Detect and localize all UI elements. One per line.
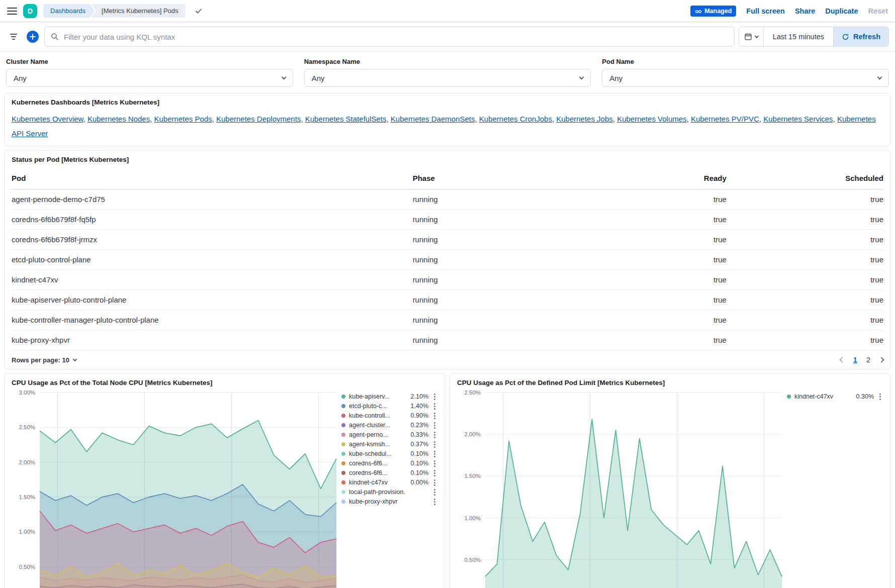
chevron-down-icon bbox=[281, 75, 286, 80]
add-filter-button[interactable] bbox=[25, 29, 40, 44]
dashboard-link[interactable]: Kubernetes Deployments bbox=[216, 115, 301, 123]
chevron-right-icon[interactable] bbox=[878, 357, 884, 362]
time-picker-calendar-button[interactable] bbox=[739, 27, 764, 46]
saved-query-menu-button[interactable] bbox=[6, 29, 21, 44]
breadcrumb-current-dashboard[interactable]: [Metrics Kubernetes] Pods bbox=[92, 4, 185, 18]
page-number-1[interactable]: 1 bbox=[853, 356, 857, 364]
kql-search-input[interactable] bbox=[64, 33, 728, 41]
legend-series-name: local-path-provision... bbox=[349, 488, 405, 496]
pod-cell: agent-pernode-demo-c7d75 bbox=[12, 189, 413, 210]
duplicate-button[interactable]: Duplicate bbox=[825, 7, 858, 15]
legend-series-value: 0.10% bbox=[408, 450, 428, 457]
scheduled-cell: true bbox=[727, 310, 883, 330]
refresh-label: Refresh bbox=[853, 33, 880, 41]
rows-per-page-button[interactable]: Rows per page: 10 bbox=[12, 356, 76, 364]
legend-item[interactable]: agent-ksmsh...0.37% bbox=[341, 440, 438, 448]
legend-menu-icon[interactable] bbox=[432, 440, 438, 448]
legend-series-name: etcd-pluto-c... bbox=[349, 403, 405, 410]
dashboard-link[interactable]: Kubernetes Overview bbox=[12, 115, 83, 123]
dashboard-link[interactable]: Kubernetes DaemonSets bbox=[391, 115, 475, 123]
chevron-down-icon bbox=[73, 357, 77, 361]
phase-cell: running bbox=[413, 330, 587, 350]
legend-item[interactable]: kube-controll...0.90% bbox=[341, 412, 438, 419]
svg-text:1.50%: 1.50% bbox=[464, 473, 481, 479]
phase-cell: running bbox=[413, 210, 587, 230]
full-screen-button[interactable]: Full screen bbox=[746, 7, 785, 15]
legend-item[interactable]: agent-perno...0.33% bbox=[341, 431, 438, 438]
legend-menu-icon[interactable] bbox=[432, 450, 438, 457]
phase-cell: running bbox=[413, 310, 587, 330]
page-number-2[interactable]: 2 bbox=[866, 356, 870, 364]
legend-series-value: 0.30% bbox=[854, 393, 874, 400]
legend-item[interactable]: kindnet-c47xv0.00% bbox=[341, 478, 438, 486]
legend-menu-icon[interactable] bbox=[432, 459, 438, 467]
legend-item[interactable]: coredns-6f6...0.10% bbox=[341, 469, 438, 476]
dashboard-link[interactable]: Kubernetes Nodes bbox=[87, 115, 150, 123]
namespace-name-value: Any bbox=[312, 74, 325, 82]
share-button[interactable]: Share bbox=[795, 7, 815, 15]
legend-menu-icon[interactable] bbox=[432, 488, 438, 496]
namespace-name-select[interactable]: Any bbox=[304, 69, 591, 87]
dashboard-link[interactable]: Kubernetes PV/PVC bbox=[691, 115, 759, 123]
legend-item[interactable]: etcd-pluto-c...1.40% bbox=[341, 402, 438, 410]
reset-button[interactable]: Reset bbox=[868, 7, 888, 15]
legend-menu-icon[interactable] bbox=[877, 393, 883, 400]
menu-icon[interactable] bbox=[7, 8, 17, 15]
refresh-button[interactable]: Refresh bbox=[833, 27, 888, 46]
chart-title: CPU Usage as Pct of the Total Node CPU [… bbox=[12, 379, 438, 386]
space-avatar[interactable]: D bbox=[23, 4, 37, 18]
control-pod-name: Pod Name Any bbox=[602, 58, 889, 87]
pod-cell: kindnet-c47xv bbox=[12, 270, 413, 290]
dashboard-link[interactable]: Kubernetes StatefulSets bbox=[305, 115, 387, 123]
cluster-name-select[interactable]: Any bbox=[6, 69, 293, 87]
breadcrumb-dashboards[interactable]: Dashboards bbox=[43, 4, 95, 18]
legend-menu-icon[interactable] bbox=[432, 393, 438, 400]
scheduled-cell: true bbox=[727, 270, 883, 290]
legend-menu-icon[interactable] bbox=[432, 402, 438, 410]
series-color-dot bbox=[341, 490, 345, 494]
svg-text:0.50%: 0.50% bbox=[19, 564, 35, 570]
legend-item[interactable]: kube-proxy-xhpvr bbox=[341, 498, 438, 505]
pod-cell: coredns-6f6b679f8f-jrmzx bbox=[12, 230, 413, 250]
pod-name-select[interactable]: Any bbox=[602, 69, 889, 87]
legend-series-name: kube-apiserv... bbox=[349, 393, 405, 400]
legend-menu-icon[interactable] bbox=[432, 421, 438, 429]
scheduled-cell: true bbox=[727, 230, 883, 250]
scheduled-cell: true bbox=[727, 290, 883, 310]
dashboard-link[interactable]: Kubernetes Services bbox=[763, 115, 833, 123]
managed-icon bbox=[695, 8, 702, 15]
legend-item[interactable]: local-path-provision... bbox=[341, 488, 438, 496]
legend-menu-icon[interactable] bbox=[432, 431, 438, 438]
pod-name-value: Any bbox=[609, 74, 622, 82]
legend-menu-icon[interactable] bbox=[432, 469, 438, 476]
legend-item[interactable]: kindnet-c47xv0.30% bbox=[787, 393, 883, 400]
legend-menu-icon[interactable] bbox=[432, 478, 438, 486]
series-color-dot bbox=[341, 500, 345, 504]
dashboard-link[interactable]: Kubernetes CronJobs bbox=[479, 115, 552, 123]
links-panel-title: Kubernetes Dashboards [Metrics Kubernete… bbox=[12, 99, 883, 106]
query-bar: Last 15 minutes Refresh bbox=[0, 22, 895, 52]
legend-item[interactable]: coredns-6f6...0.10% bbox=[341, 459, 438, 467]
dashboard-link[interactable]: Kubernetes Volumes bbox=[617, 115, 686, 123]
time-range-value[interactable]: Last 15 minutes bbox=[764, 27, 833, 46]
scheduled-cell: true bbox=[727, 189, 883, 210]
legend-series-value: 0.10% bbox=[408, 460, 428, 467]
legend-series-name: agent-ksmsh... bbox=[349, 441, 405, 448]
legend-menu-icon[interactable] bbox=[432, 412, 438, 419]
legend-series-name: agent-cluster... bbox=[349, 422, 405, 429]
svg-text:2.50%: 2.50% bbox=[19, 424, 35, 430]
dashboard-link[interactable]: Kubernetes Pods bbox=[154, 115, 212, 123]
ready-cell: true bbox=[587, 230, 726, 250]
legend-item[interactable]: kube-apiserv...2.10% bbox=[341, 393, 438, 400]
svg-text:2.00%: 2.00% bbox=[19, 459, 35, 465]
series-color-dot bbox=[341, 461, 345, 465]
refresh-icon bbox=[842, 33, 849, 41]
chevron-left-icon[interactable] bbox=[839, 357, 845, 362]
chart-legend: kube-apiserv...2.10%etcd-pluto-c...1.40%… bbox=[341, 387, 438, 588]
dashboard-link[interactable]: Kubernetes Jobs bbox=[556, 115, 613, 123]
legend-menu-icon[interactable] bbox=[432, 498, 438, 505]
cpu-pod-limit-chart-panel: CPU Usage as Pct of the Defined Pod Limi… bbox=[450, 373, 891, 588]
series-color-dot bbox=[787, 395, 791, 399]
legend-item[interactable]: agent-cluster...0.23% bbox=[341, 421, 438, 429]
legend-item[interactable]: kube-schedul...0.10% bbox=[341, 450, 438, 457]
